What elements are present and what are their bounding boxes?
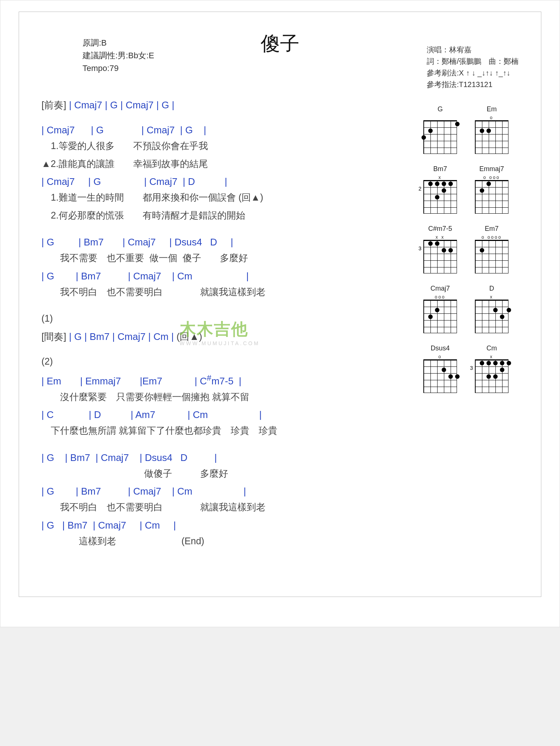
lyric-line: 沒什麼緊要 只需要你輕輕一個擁抱 就算不留 xyxy=(41,390,411,404)
lyric-line: 下什麼也無所謂 就算留下了什麼也都珍貴 珍貴 珍貴 xyxy=(41,424,411,438)
section-2-label: (2) xyxy=(41,355,411,369)
chord-grid xyxy=(475,300,508,333)
meta-singer: 演唱：林宥嘉 xyxy=(427,44,519,56)
lyric-line: 1.難道一生的時間 都用來換和你一個誤會 (回▲) xyxy=(41,191,411,205)
chord-grid xyxy=(475,120,508,154)
chord-line: | G | Bm7 | Cmaj7 | Dsus4 D | xyxy=(41,451,411,465)
chord-grid xyxy=(423,300,457,333)
chord-line: | Cmaj7 | G | Cmaj7 | G | xyxy=(41,123,411,137)
chord-name: G xyxy=(421,105,459,114)
chord-name: Emmaj7 xyxy=(473,165,510,173)
chord-name: C#m7-5 xyxy=(421,225,459,233)
chord-name: Em xyxy=(473,105,510,114)
chord-sheet: 傻子 原調:B 建議調性:男:Bb女:E Tempo:79 演唱：林宥嘉 詞：鄭… xyxy=(19,12,541,597)
lyric-line: 這樣到老 (End) xyxy=(41,534,411,548)
chord-line: | Em | Emmaj7 |Em7 | C#m7-5 | xyxy=(41,372,411,389)
chord-open-marks: ooo xyxy=(421,294,459,300)
chord-grid: 2 xyxy=(423,180,457,214)
chord-open-marks: o xyxy=(473,115,510,120)
chord-diagram: Emmaj7o ooo xyxy=(473,165,510,214)
chord-open-marks: o ooo xyxy=(473,175,510,180)
intro-line: [前奏] | Cmaj7 | G | Cmaj7 | G | xyxy=(41,98,411,112)
meta-writer: 詞：鄭楠/張鵬鵬 曲：鄭楠 xyxy=(427,56,519,67)
lyric-line: 我不明白 也不需要明白 就讓我這樣到老 xyxy=(41,500,411,514)
chord-open-marks: o oooo xyxy=(473,235,510,240)
lyric-line: 做傻子 多麼好 xyxy=(41,467,411,481)
chord-grid xyxy=(423,120,457,154)
chord-name: Cm xyxy=(473,344,510,353)
chord-line: | C | D | Am7 | Cm | xyxy=(41,408,411,422)
chord-diagram: Cmx3 xyxy=(473,344,510,393)
chord-diagram: Em7o oooo xyxy=(473,225,510,273)
chord-line: | G | Bm7 | Cmaj7 | Cm | xyxy=(41,484,411,499)
chord-line: | Cmaj7 | G | Cmaj7 | D | xyxy=(41,174,411,189)
chord-open-marks: x xyxy=(473,294,510,300)
chord-name: Em7 xyxy=(473,225,510,233)
chord-name: Dsus4 xyxy=(421,344,459,353)
chord-line: | G | Bm7 | Cmaj7 | Cm | xyxy=(41,269,411,284)
meta-left: 原調:B 建議調性:男:Bb女:E Tempo:79 xyxy=(83,37,154,75)
chord-diagram: Dx xyxy=(473,285,510,333)
chord-open-marks: x x xyxy=(421,235,459,240)
lyric-line: 我不需要 也不重要 做一個 傻子 多麼好 xyxy=(41,251,411,265)
chord-line: | G | Bm7 | Cmaj7 | Cm | xyxy=(41,518,411,533)
chord-open-marks: x xyxy=(473,354,510,359)
meta-right: 演唱：林宥嘉 詞：鄭楠/張鵬鵬 曲：鄭楠 參考刷法:X ↑ ↓ _↓↑↓ ↑_↑… xyxy=(427,44,519,90)
meta-strum: 參考刷法:X ↑ ↓ _↓↑↓ ↑_↑↓ xyxy=(427,67,519,79)
lyric-line: 1.等愛的人很多 不預設你會在乎我 xyxy=(41,139,411,153)
meta-tempo: Tempo:79 xyxy=(83,62,154,75)
lyric-line: 2.何必那麼的慌張 有時清醒才是錯誤的開始 xyxy=(41,208,411,223)
chord-diagram: C#m7-5x x3 xyxy=(421,225,459,273)
chord-open-marks: x xyxy=(421,175,459,180)
lyric-line: ▲2.誰能真的讓誰 幸福到故事的結尾 xyxy=(41,157,411,171)
chord-diagram: Cmaj7 ooo xyxy=(421,285,459,333)
chord-open-marks: o xyxy=(421,354,459,359)
meta-suggest: 建議調性:男:Bb女:E xyxy=(83,49,154,62)
chord-grid: 3 xyxy=(423,240,457,273)
chord-name: D xyxy=(473,285,510,293)
chord-grid xyxy=(475,180,508,214)
chord-diagram: Emo xyxy=(473,105,510,154)
meta-finger: 參考指法:T1213121 xyxy=(427,79,519,90)
chord-diagram-panel: GEmoBm7x2Emmaj7o oooC#m7-5x x3Em7o ooooC… xyxy=(421,105,519,404)
chord-name: Cmaj7 xyxy=(421,285,459,293)
chord-grid xyxy=(475,240,508,273)
lyric-line: 我不明白 也不需要明白 就讓我這樣到老 xyxy=(41,285,411,299)
chord-line: | G | Bm7 | Cmaj7 | Dsus4 D | xyxy=(41,235,411,250)
chord-diagram: Bm7x2 xyxy=(421,165,459,214)
meta-key: 原調:B xyxy=(83,37,154,49)
chord-grid xyxy=(423,359,457,393)
page-container: 傻子 原調:B 建議調性:男:Bb女:E Tempo:79 演唱：林宥嘉 詞：鄭… xyxy=(0,0,560,627)
chord-diagram: Dsus4 o xyxy=(421,344,459,393)
chord-open-marks xyxy=(421,115,459,120)
watermark-logo: 木木吉他 WWW.MUMUJITA.COM xyxy=(180,318,260,346)
chord-diagram: G xyxy=(421,105,459,154)
chord-grid: 3 xyxy=(475,359,508,393)
chord-name: Bm7 xyxy=(421,165,459,173)
